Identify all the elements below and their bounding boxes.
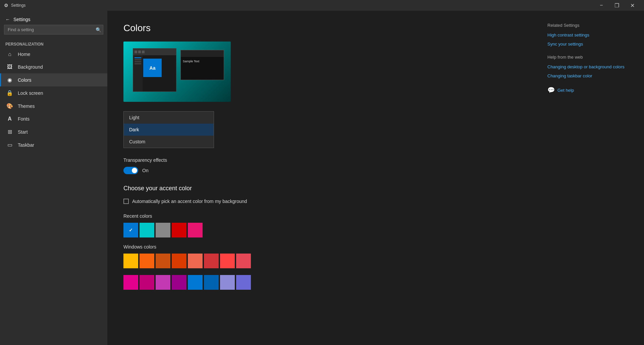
preview-sidebar-line2 bbox=[135, 61, 141, 62]
dropdown-item-dark[interactable]: Dark bbox=[124, 124, 214, 136]
preview-window: Aa bbox=[133, 48, 176, 92]
recent-color-swatch-3[interactable] bbox=[172, 223, 186, 237]
color-mode-dropdown[interactable]: Light Dark Custom bbox=[123, 111, 214, 148]
windows-color-swatch-14[interactable] bbox=[220, 275, 235, 290]
preview-dot bbox=[138, 51, 141, 53]
sidebar-item-label: Background bbox=[18, 64, 43, 70]
transparency-toggle[interactable] bbox=[123, 167, 138, 174]
close-button[interactable]: ✕ bbox=[625, 0, 640, 11]
preview-dot bbox=[135, 51, 137, 53]
settings-icon: ⚙ bbox=[4, 3, 8, 8]
preview-sidebar-line bbox=[135, 57, 141, 58]
colors-icon: ◉ bbox=[6, 77, 13, 83]
windows-color-swatch-12[interactable] bbox=[188, 275, 203, 290]
sidebar-item-label: Colors bbox=[18, 77, 31, 83]
windows-color-swatch-9[interactable] bbox=[140, 275, 154, 290]
taskbar-icon: ▭ bbox=[6, 142, 13, 148]
right-panel: Related Settings High contrast settings … bbox=[537, 11, 644, 345]
high-contrast-link[interactable]: High contrast settings bbox=[547, 32, 633, 38]
windows-color-swatch-1[interactable] bbox=[140, 254, 154, 268]
sidebar-item-label: Taskbar bbox=[18, 142, 34, 148]
windows-colors-grid-row2 bbox=[123, 275, 521, 290]
maximize-button[interactable]: ❐ bbox=[609, 0, 625, 11]
back-icon: ← bbox=[5, 17, 10, 22]
sidebar-item-fonts[interactable]: A Fonts bbox=[0, 113, 107, 125]
search-icon[interactable]: 🔍 bbox=[96, 27, 101, 32]
related-settings-title: Related Settings bbox=[547, 23, 633, 28]
page-title: Colors bbox=[123, 23, 521, 33]
app-layout: ← Settings 🔍 Personalization ⌂ Home 🖼 Ba… bbox=[0, 11, 644, 345]
changing-desktop-link[interactable]: Changing desktop or background colors bbox=[547, 64, 633, 69]
home-icon: ⌂ bbox=[6, 51, 13, 57]
recent-color-swatch-4[interactable] bbox=[188, 223, 203, 237]
start-icon: ⊞ bbox=[6, 129, 13, 135]
sidebar-item-label: Start bbox=[18, 129, 28, 135]
auto-accent-checkbox[interactable] bbox=[123, 199, 129, 204]
sidebar: ← Settings 🔍 Personalization ⌂ Home 🖼 Ba… bbox=[0, 11, 107, 345]
preview-sidebar-line2 bbox=[135, 63, 141, 64]
windows-color-swatch-15[interactable] bbox=[236, 275, 251, 290]
auto-accent-row: Automatically pick an accent color from … bbox=[123, 199, 521, 204]
search-input[interactable] bbox=[4, 25, 103, 34]
get-help-link[interactable]: Get help bbox=[557, 88, 574, 93]
lock-icon: 🔒 bbox=[6, 90, 13, 96]
windows-color-swatch-3[interactable] bbox=[172, 254, 186, 268]
preview-container: Aa Sample Text bbox=[123, 42, 231, 102]
windows-color-swatch-10[interactable] bbox=[156, 275, 170, 290]
sync-settings-link[interactable]: Sync your settings bbox=[547, 42, 633, 47]
windows-colors-grid-row1 bbox=[123, 254, 521, 268]
windows-color-swatch-11[interactable] bbox=[172, 275, 186, 290]
preview-dot bbox=[142, 51, 145, 53]
transparency-label: Transparency effects bbox=[123, 157, 521, 163]
windows-color-swatch-5[interactable] bbox=[204, 254, 219, 268]
preview-dialog-titlebar bbox=[181, 50, 224, 57]
dropdown-item-custom[interactable]: Custom bbox=[124, 136, 214, 148]
themes-icon: 🎨 bbox=[6, 103, 13, 109]
search-box: 🔍 bbox=[4, 25, 103, 34]
help-from-web-title: Help from the web bbox=[547, 55, 633, 60]
windows-color-swatch-7[interactable] bbox=[236, 254, 251, 268]
dropdown-item-light[interactable]: Light bbox=[124, 112, 214, 124]
sidebar-item-label: Themes bbox=[18, 104, 35, 109]
windows-colors-label: Windows colors bbox=[123, 244, 521, 250]
titlebar-title: Settings bbox=[11, 3, 25, 8]
preview-dialog-content: Sample Text bbox=[181, 57, 224, 66]
sidebar-item-start[interactable]: ⊞ Start bbox=[0, 125, 107, 138]
sidebar-item-background[interactable]: 🖼 Background bbox=[0, 61, 107, 73]
sidebar-item-home[interactable]: ⌂ Home bbox=[0, 48, 107, 61]
titlebar-controls: − ❐ ✕ bbox=[594, 0, 640, 11]
windows-color-swatch-6[interactable] bbox=[220, 254, 235, 268]
app-title: Settings bbox=[13, 17, 31, 22]
sidebar-item-themes[interactable]: 🎨 Themes bbox=[0, 99, 107, 113]
preview-tile: Aa bbox=[143, 59, 162, 77]
titlebar: ⚙ Settings − ❐ ✕ bbox=[0, 0, 644, 11]
back-button[interactable]: ← Settings bbox=[0, 14, 107, 25]
recent-color-swatch-1[interactable] bbox=[140, 223, 154, 237]
preview-titlebar bbox=[133, 49, 176, 55]
changing-taskbar-link[interactable]: Changing taskbar color bbox=[547, 73, 633, 78]
accent-title: Choose your accent color bbox=[123, 185, 521, 192]
get-help-row: 💬 Get help bbox=[547, 86, 633, 94]
sidebar-item-label: Home bbox=[18, 52, 30, 57]
recent-color-swatch-2[interactable] bbox=[156, 223, 170, 237]
auto-accent-label: Automatically pick an accent color from … bbox=[132, 199, 247, 204]
sidebar-item-label: Lock screen bbox=[18, 90, 43, 96]
toggle-knob bbox=[132, 168, 137, 173]
sidebar-item-lock-screen[interactable]: 🔒 Lock screen bbox=[0, 86, 107, 99]
get-help-icon: 💬 bbox=[547, 86, 555, 94]
recent-colors-label: Recent colors bbox=[123, 213, 521, 219]
main-content: Colors Aa Sample Text bbox=[107, 11, 537, 345]
minimize-button[interactable]: − bbox=[594, 0, 609, 11]
sidebar-item-colors[interactable]: ◉ Colors bbox=[0, 73, 107, 86]
windows-color-swatch-8[interactable] bbox=[123, 275, 138, 290]
sidebar-item-label: Fonts bbox=[18, 116, 30, 122]
windows-color-swatch-2[interactable] bbox=[156, 254, 170, 268]
fonts-icon: A bbox=[6, 116, 13, 122]
sidebar-item-taskbar[interactable]: ▭ Taskbar bbox=[0, 138, 107, 151]
preview-sidebar-line2 bbox=[135, 59, 141, 60]
transparency-state-label: On bbox=[142, 168, 149, 173]
windows-color-swatch-13[interactable] bbox=[204, 275, 219, 290]
recent-color-swatch-0[interactable] bbox=[123, 223, 138, 237]
windows-color-swatch-4[interactable] bbox=[188, 254, 203, 268]
windows-color-swatch-0[interactable] bbox=[123, 254, 138, 268]
